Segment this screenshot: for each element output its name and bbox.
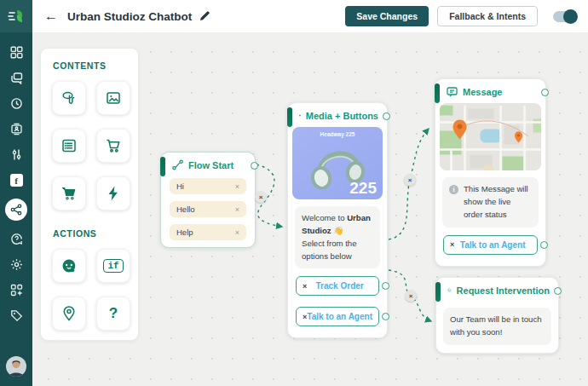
node-title: Flow Start bbox=[188, 160, 233, 170]
remove-keyword-icon[interactable]: × bbox=[235, 205, 239, 214]
button-label: Talk to an Agent bbox=[307, 312, 372, 321]
bot-builder-icon[interactable] bbox=[5, 199, 27, 221]
delete-wire-icon[interactable]: × bbox=[405, 290, 417, 302]
keyword-pill[interactable]: Hi × bbox=[170, 178, 246, 194]
message-note: i This Message will show the live order … bbox=[442, 177, 539, 228]
output-port[interactable] bbox=[382, 313, 389, 320]
flow-canvas[interactable]: × × × CONTENTS bbox=[32, 32, 588, 386]
rail-nav: f bbox=[5, 45, 27, 323]
welcome-text: Welcome to bbox=[302, 213, 347, 222]
node-accent-bar bbox=[435, 282, 441, 302]
media-image-caption: Headway 225 bbox=[292, 131, 383, 137]
map-illustration bbox=[440, 105, 541, 170]
back-arrow-icon[interactable]: ← bbox=[44, 9, 58, 23]
button-widget[interactable] bbox=[52, 81, 86, 115]
top-bar: ← Urban Studioz Chatbot Save Changes Fal… bbox=[32, 0, 588, 32]
note-text: This Message will show the live order st… bbox=[464, 183, 532, 222]
list-widget[interactable] bbox=[52, 129, 86, 163]
wave-emoji: 👋 bbox=[331, 226, 344, 235]
intervention-note: Our Team will be in touch with you soon! bbox=[443, 308, 551, 345]
filters-icon[interactable] bbox=[9, 147, 24, 162]
keyword-label: Hi bbox=[176, 181, 184, 191]
facebook-icon[interactable]: f bbox=[9, 173, 24, 187]
media-image-number: 225 bbox=[349, 179, 377, 198]
flow-start-node[interactable]: Flow Start Hi × Hello × Help × bbox=[160, 152, 256, 248]
agent-icon bbox=[447, 285, 452, 296]
integrations-icon[interactable] bbox=[9, 283, 24, 297]
node-header: Request Intervention bbox=[436, 278, 558, 301]
button-label: Talk to an Agent bbox=[454, 240, 531, 250]
keyword-label: Hello bbox=[176, 205, 195, 214]
keyword-pill[interactable]: Hello × bbox=[170, 201, 246, 217]
contents-section-label: CONTENTS bbox=[53, 60, 138, 71]
node-accent-bar bbox=[160, 157, 165, 176]
conversations-icon[interactable] bbox=[9, 71, 24, 85]
output-port[interactable] bbox=[382, 282, 389, 290]
node-title: Request Intervention bbox=[457, 285, 550, 296]
quick-reply-widget[interactable] bbox=[96, 176, 130, 210]
subtext: Select from the options below bbox=[302, 239, 357, 261]
edit-title-icon[interactable] bbox=[199, 11, 210, 21]
save-changes-button[interactable]: Save Changes bbox=[345, 6, 429, 26]
media-icon bbox=[299, 110, 301, 121]
delete-wire-icon[interactable]: × bbox=[255, 191, 267, 203]
left-rail: f bbox=[0, 0, 32, 386]
track-order-button[interactable]: × Track Order bbox=[296, 276, 379, 296]
node-header: Message bbox=[435, 79, 545, 102]
button-label: Track Order bbox=[307, 281, 372, 291]
dashboard-icon[interactable] bbox=[9, 45, 24, 60]
talk-to-agent-button[interactable]: × Talk to an Agent bbox=[443, 235, 538, 255]
image-widget[interactable] bbox=[96, 81, 130, 115]
user-avatar[interactable] bbox=[6, 356, 26, 377]
message-node[interactable]: Message bbox=[435, 78, 546, 267]
keyword-label: Help bbox=[176, 228, 193, 237]
node-title: Media + Buttons bbox=[306, 111, 378, 121]
condition-action[interactable]: if bbox=[96, 249, 130, 283]
remove-keyword-icon[interactable]: × bbox=[235, 182, 239, 191]
actions-grid: if ? bbox=[52, 249, 138, 331]
bot-action[interactable] bbox=[52, 249, 86, 283]
page-title: Urban Studioz Chatbot bbox=[67, 10, 192, 23]
delete-wire-icon[interactable]: × bbox=[404, 174, 416, 186]
note-text: Our Team will be in touch with you soon! bbox=[450, 314, 542, 337]
flow-icon bbox=[172, 159, 183, 170]
help-icon[interactable] bbox=[9, 232, 24, 246]
node-accent-bar bbox=[287, 107, 292, 127]
message-icon bbox=[447, 86, 458, 97]
bot-enabled-toggle[interactable] bbox=[553, 11, 576, 22]
talk-to-agent-button[interactable]: × Talk to an Agent bbox=[296, 307, 379, 326]
request-intervention-node[interactable]: Request Intervention Our Team will be in… bbox=[435, 277, 559, 354]
fallback-intents-button[interactable]: Fallback & Intents bbox=[437, 6, 538, 26]
node-header: Media + Buttons bbox=[288, 103, 387, 126]
output-port[interactable] bbox=[540, 241, 548, 249]
history-icon[interactable] bbox=[9, 96, 24, 111]
output-port[interactable] bbox=[541, 89, 549, 96]
info-icon: i bbox=[449, 185, 458, 194]
media-image[interactable]: Headway 225 225 bbox=[292, 127, 383, 199]
top-bar-actions: Save Changes Fallback & Intents bbox=[345, 6, 576, 26]
question-action[interactable]: ? bbox=[96, 297, 130, 331]
contacts-icon[interactable] bbox=[9, 122, 24, 136]
output-port[interactable] bbox=[383, 112, 390, 120]
widget-palette: CONTENTS bbox=[40, 48, 139, 341]
logo-icon bbox=[7, 7, 26, 26]
settings-icon[interactable] bbox=[9, 257, 24, 272]
output-port[interactable] bbox=[554, 287, 562, 295]
output-port[interactable] bbox=[251, 162, 258, 170]
actions-section-label: ACTIONS bbox=[53, 228, 138, 239]
toggle-knob bbox=[563, 9, 578, 24]
tags-icon[interactable] bbox=[9, 308, 24, 323]
media-buttons-node[interactable]: Media + Buttons Headway 225 225 Welcome … bbox=[287, 102, 388, 338]
map-image[interactable] bbox=[440, 103, 541, 170]
checkout-cart-widget[interactable] bbox=[52, 176, 86, 210]
node-accent-bar bbox=[435, 84, 440, 103]
remove-keyword-icon[interactable]: × bbox=[235, 228, 239, 237]
keyword-pill[interactable]: Help × bbox=[170, 224, 246, 240]
app-logo[interactable] bbox=[0, 0, 32, 32]
contents-grid bbox=[52, 81, 138, 210]
cart-widget[interactable] bbox=[96, 129, 130, 163]
node-title: Message bbox=[463, 87, 502, 97]
node-header: Flow Start bbox=[161, 153, 255, 178]
location-action[interactable] bbox=[52, 297, 86, 331]
message-text: Welcome to Urban Studioz 👋 Select from t… bbox=[295, 206, 380, 268]
